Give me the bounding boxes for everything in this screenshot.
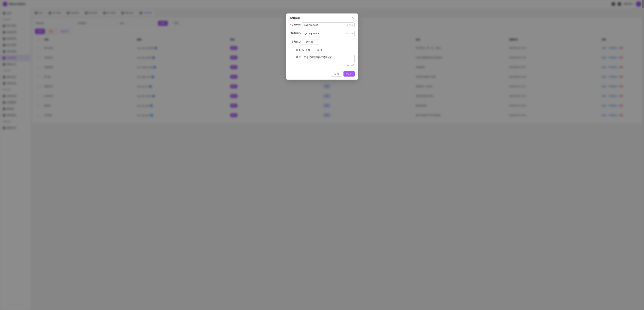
remark-textarea[interactable] — [304, 56, 353, 61]
modal-overlay: 编辑字典 字典名称 6 / 30 字典编码 14 / 30 — [0, 0, 644, 310]
edit-dict-modal: 编辑字典 字典名称 6 / 30 字典编码 14 / 30 — [286, 14, 358, 80]
radio-label: 停用 — [317, 49, 322, 52]
field-label-code: 字典编码 — [290, 31, 301, 35]
code-input[interactable] — [304, 32, 346, 35]
status-radio-disabled[interactable]: 停用 — [314, 49, 322, 52]
name-input-wrapper[interactable]: 6 / 30 — [302, 23, 354, 28]
type-value: 一般字典 — [304, 41, 313, 44]
save-button[interactable]: 保 存 — [344, 71, 354, 77]
status-radio-normal[interactable]: 正常 — [302, 49, 310, 52]
remark-counter: 12 / 200 — [302, 64, 354, 66]
type-select[interactable]: 一般字典 — [302, 39, 319, 45]
remark-textarea-wrapper[interactable] — [302, 55, 354, 63]
name-counter: 6 / 30 — [347, 24, 353, 27]
close-icon[interactable] — [352, 17, 354, 20]
resize-handle-icon[interactable] — [352, 61, 354, 62]
modal-title: 编辑字典 — [290, 17, 300, 20]
field-label-remark: 备注 — [290, 55, 301, 59]
radio-label: 正常 — [306, 49, 310, 52]
field-label-status: 状态 — [290, 48, 301, 52]
chevron-down-icon — [316, 42, 317, 43]
radio-icon — [302, 49, 304, 51]
field-label-name: 字典名称 — [290, 23, 301, 27]
field-label-type: 字典类型 — [290, 39, 301, 43]
radio-icon — [314, 49, 316, 51]
name-input[interactable] — [304, 24, 347, 27]
code-counter: 14 / 30 — [346, 32, 353, 35]
close-button[interactable]: 关 闭 — [331, 71, 342, 77]
code-input-wrapper[interactable]: 14 / 30 — [302, 31, 354, 36]
